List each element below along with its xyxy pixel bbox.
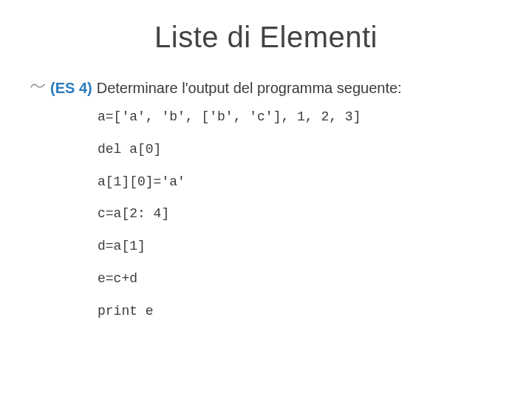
exercise-prompt: Determinare l'output del programma segue…: [97, 80, 402, 97]
code-line: d=a[1]: [98, 239, 502, 254]
code-line: a=['a', 'b', ['b', 'c'], 1, 2, 3]: [98, 110, 502, 125]
exercise-line: (ES 4) Determinare l'output del programm…: [30, 80, 502, 97]
code-block: a=['a', 'b', ['b', 'c'], 1, 2, 3] del a[…: [98, 110, 502, 319]
code-line: e=c+d: [98, 272, 502, 287]
code-line: print e: [98, 304, 502, 319]
code-line: del a[0]: [98, 143, 502, 157]
exercise-label: (ES 4): [50, 80, 92, 97]
slide: Liste di Elementi (ES 4) Determinare l'o…: [0, 0, 532, 399]
code-line: c=a[2: 4]: [98, 207, 502, 222]
bullet-icon: [30, 80, 46, 95]
page-title: Liste di Elementi: [0, 21, 532, 54]
code-line: a[1][0]='a': [98, 175, 502, 190]
slide-body: (ES 4) Determinare l'output del programm…: [30, 80, 502, 337]
